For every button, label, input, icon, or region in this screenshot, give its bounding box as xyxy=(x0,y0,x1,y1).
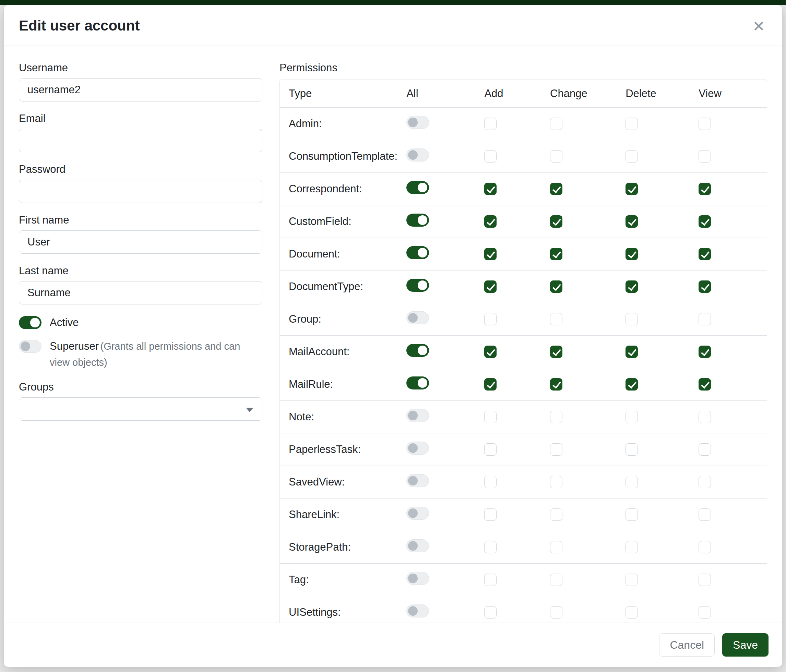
permission-add-checkbox[interactable] xyxy=(484,378,497,391)
permission-delete-checkbox[interactable] xyxy=(626,150,638,163)
permission-delete-checkbox[interactable] xyxy=(626,281,638,293)
username-input[interactable] xyxy=(19,78,263,102)
cancel-button[interactable]: Cancel xyxy=(659,633,715,656)
permission-delete-checkbox[interactable] xyxy=(626,574,638,586)
page-header-strip xyxy=(0,0,786,5)
permission-all-toggle[interactable] xyxy=(406,116,429,129)
permission-change-checkbox[interactable] xyxy=(550,183,563,195)
permission-change-checkbox[interactable] xyxy=(550,443,563,456)
permission-change-checkbox[interactable] xyxy=(550,150,563,163)
permission-all-toggle[interactable] xyxy=(406,181,429,194)
permission-view-checkbox[interactable] xyxy=(698,541,711,553)
permission-view-checkbox[interactable] xyxy=(698,476,711,488)
password-field[interactable] xyxy=(19,180,263,203)
permission-change-checkbox[interactable] xyxy=(550,378,563,391)
permission-view-checkbox[interactable] xyxy=(698,248,711,260)
permission-add-checkbox[interactable] xyxy=(484,476,497,488)
permission-delete-checkbox[interactable] xyxy=(626,476,638,488)
permission-delete-checkbox[interactable] xyxy=(626,183,638,195)
permission-view-checkbox[interactable] xyxy=(698,509,711,521)
permission-view-checkbox[interactable] xyxy=(698,313,711,325)
permission-delete-checkbox[interactable] xyxy=(626,509,638,521)
permission-change-checkbox[interactable] xyxy=(550,313,563,325)
permission-view-checkbox[interactable] xyxy=(698,443,711,456)
username-label: Username xyxy=(19,62,263,74)
permission-all-toggle[interactable] xyxy=(406,214,429,227)
permission-add-checkbox[interactable] xyxy=(484,313,497,325)
permission-view-checkbox[interactable] xyxy=(698,574,711,586)
permission-add-checkbox[interactable] xyxy=(484,215,497,228)
permission-type-label: Admin: xyxy=(280,107,406,140)
permission-delete-checkbox[interactable] xyxy=(626,378,638,391)
permission-all-toggle[interactable] xyxy=(406,604,429,617)
permission-view-checkbox[interactable] xyxy=(698,411,711,423)
permission-all-toggle[interactable] xyxy=(406,409,429,422)
permission-change-checkbox[interactable] xyxy=(550,248,563,260)
permission-add-checkbox[interactable] xyxy=(484,541,497,553)
permission-change-checkbox[interactable] xyxy=(550,281,563,293)
permission-add-checkbox[interactable] xyxy=(484,443,497,456)
permission-change-checkbox[interactable] xyxy=(550,118,563,130)
last-name-field[interactable] xyxy=(19,281,263,305)
permission-type-label: MailAccount: xyxy=(280,335,406,368)
permission-all-toggle[interactable] xyxy=(406,441,429,455)
permission-change-checkbox[interactable] xyxy=(550,345,563,358)
permission-delete-checkbox[interactable] xyxy=(626,118,638,130)
permission-row: Note: xyxy=(280,400,767,433)
permission-all-toggle[interactable] xyxy=(406,377,429,389)
permission-delete-checkbox[interactable] xyxy=(626,411,638,423)
permission-change-checkbox[interactable] xyxy=(550,541,563,553)
permission-all-toggle[interactable] xyxy=(406,246,429,259)
permission-add-checkbox[interactable] xyxy=(484,281,497,293)
permission-all-toggle[interactable] xyxy=(406,148,429,162)
permission-view-checkbox[interactable] xyxy=(698,378,711,391)
permission-type-label: Correspondent: xyxy=(280,173,406,205)
permission-delete-checkbox[interactable] xyxy=(626,248,638,260)
permission-all-toggle[interactable] xyxy=(406,344,429,357)
permission-delete-checkbox[interactable] xyxy=(626,345,638,358)
permission-change-checkbox[interactable] xyxy=(550,476,563,488)
permission-add-checkbox[interactable] xyxy=(484,150,497,163)
permission-view-checkbox[interactable] xyxy=(698,606,711,619)
permission-delete-checkbox[interactable] xyxy=(626,313,638,325)
permission-all-toggle[interactable] xyxy=(406,539,429,552)
permission-view-checkbox[interactable] xyxy=(698,215,711,228)
permission-all-toggle[interactable] xyxy=(406,572,429,585)
permission-all-toggle[interactable] xyxy=(406,311,429,324)
permission-change-checkbox[interactable] xyxy=(550,509,563,521)
permission-all-toggle[interactable] xyxy=(406,474,429,487)
permission-delete-checkbox[interactable] xyxy=(626,606,638,619)
column-header-view: View xyxy=(698,80,767,107)
active-toggle[interactable] xyxy=(19,316,41,329)
permission-view-checkbox[interactable] xyxy=(698,345,711,358)
permission-change-checkbox[interactable] xyxy=(550,411,563,423)
permission-add-checkbox[interactable] xyxy=(484,574,497,586)
permission-change-checkbox[interactable] xyxy=(550,215,563,228)
permission-all-toggle[interactable] xyxy=(406,507,429,520)
permission-view-checkbox[interactable] xyxy=(698,183,711,195)
permission-view-checkbox[interactable] xyxy=(698,150,711,163)
permission-change-checkbox[interactable] xyxy=(550,606,563,619)
permission-delete-checkbox[interactable] xyxy=(626,541,638,553)
first-name-field[interactable] xyxy=(19,231,263,254)
permission-add-checkbox[interactable] xyxy=(484,118,497,130)
permission-all-toggle[interactable] xyxy=(406,279,429,292)
groups-select[interactable] xyxy=(19,397,263,421)
permission-delete-checkbox[interactable] xyxy=(626,215,638,228)
permission-row: Tag: xyxy=(280,563,767,596)
email-field[interactable] xyxy=(19,129,263,152)
permission-add-checkbox[interactable] xyxy=(484,183,497,195)
permission-add-checkbox[interactable] xyxy=(484,411,497,423)
permission-view-checkbox[interactable] xyxy=(698,281,711,293)
permission-add-checkbox[interactable] xyxy=(484,345,497,358)
permission-change-checkbox[interactable] xyxy=(550,574,563,586)
superuser-toggle[interactable] xyxy=(19,340,41,353)
permission-add-checkbox[interactable] xyxy=(484,248,497,260)
save-button[interactable]: Save xyxy=(722,633,769,656)
permission-view-checkbox[interactable] xyxy=(698,118,711,130)
permission-delete-checkbox[interactable] xyxy=(626,443,638,456)
permission-row: UISettings: xyxy=(280,596,767,623)
permission-add-checkbox[interactable] xyxy=(484,509,497,521)
permission-add-checkbox[interactable] xyxy=(484,606,497,619)
close-icon[interactable]: ✕ xyxy=(750,17,767,35)
